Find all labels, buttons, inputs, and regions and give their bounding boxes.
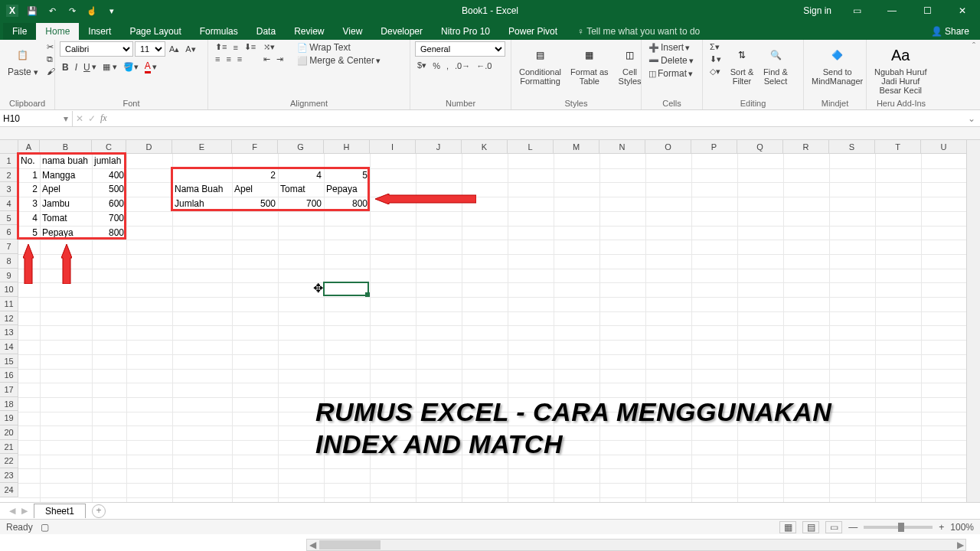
cell[interactable]: 4 bbox=[278, 168, 324, 183]
delete-cells-button[interactable]: ➖ Delete ▾ bbox=[646, 54, 696, 67]
tell-me-input[interactable]: ♀ Tell me what you want to do bbox=[571, 23, 706, 40]
row-header[interactable]: 20 bbox=[0, 425, 18, 440]
cell[interactable]: No. bbox=[18, 154, 40, 168]
tab-developer[interactable]: Developer bbox=[371, 23, 432, 40]
cell[interactable]: 2 bbox=[18, 182, 40, 197]
row-header[interactable]: 19 bbox=[0, 411, 18, 425]
col-header[interactable]: N bbox=[599, 140, 645, 154]
font-size-select[interactable]: 11 bbox=[135, 41, 165, 57]
row-header[interactable]: 7 bbox=[0, 240, 18, 254]
cell[interactable]: jumlah bbox=[92, 154, 126, 168]
tab-insert[interactable]: Insert bbox=[79, 23, 120, 40]
cell[interactable]: 800 bbox=[92, 226, 126, 240]
col-header[interactable]: S bbox=[829, 140, 875, 154]
maximize-button[interactable]: ☐ bbox=[910, 0, 945, 21]
row-header[interactable]: 24 bbox=[0, 483, 18, 497]
touch-icon[interactable]: ☝ bbox=[83, 2, 101, 20]
cancel-formula-icon[interactable]: ✕ bbox=[76, 113, 83, 124]
col-header[interactable]: C bbox=[92, 140, 126, 154]
case-button[interactable]: AaNgubah Huruf Jadi Huruf Besar Kecil bbox=[871, 41, 930, 96]
zoom-out-button[interactable]: ― bbox=[848, 522, 858, 533]
col-header[interactable]: P bbox=[691, 140, 737, 154]
page-break-view-icon[interactable]: ▭ bbox=[825, 521, 842, 533]
col-header[interactable]: M bbox=[554, 140, 599, 154]
dec-decimal-icon[interactable]: ←.0 bbox=[474, 60, 494, 71]
paste-button[interactable]: 📋 Paste ▾ bbox=[5, 41, 41, 79]
format-table-button[interactable]: ▦Format as Table bbox=[567, 41, 612, 87]
cell[interactable]: 600 bbox=[92, 197, 126, 211]
minimize-button[interactable]: ― bbox=[874, 0, 910, 21]
format-cells-button[interactable]: ◫ Format ▾ bbox=[646, 67, 695, 80]
cell[interactable]: Pepaya bbox=[40, 226, 92, 240]
indent-inc-icon[interactable]: ⇥ bbox=[274, 54, 286, 65]
redo-icon[interactable]: ↷ bbox=[63, 2, 81, 20]
currency-icon[interactable]: $▾ bbox=[415, 60, 429, 71]
row-header[interactable]: 15 bbox=[0, 354, 18, 369]
align-bot-icon[interactable]: ⬇≡ bbox=[242, 41, 258, 53]
sort-filter-button[interactable]: ⇅Sort & Filter bbox=[727, 41, 757, 87]
row-header[interactable]: 22 bbox=[0, 454, 18, 468]
row-header[interactable]: 11 bbox=[0, 297, 18, 311]
find-select-button[interactable]: 🔍Find & Select bbox=[760, 41, 791, 87]
col-header[interactable]: F bbox=[232, 140, 278, 154]
col-header[interactable]: J bbox=[416, 140, 462, 154]
active-cell[interactable] bbox=[323, 282, 369, 296]
tab-home[interactable]: Home bbox=[36, 23, 79, 40]
col-header[interactable]: L bbox=[508, 140, 554, 154]
row-header[interactable]: 14 bbox=[0, 340, 18, 354]
row-header[interactable]: 3 bbox=[0, 182, 18, 197]
font-name-select[interactable]: Calibri bbox=[60, 41, 133, 57]
col-header[interactable]: Q bbox=[737, 140, 783, 154]
tab-data[interactable]: Data bbox=[247, 23, 285, 40]
row-header[interactable]: 21 bbox=[0, 440, 18, 455]
select-all-corner[interactable] bbox=[0, 140, 18, 154]
zoom-slider[interactable] bbox=[864, 526, 933, 529]
row-header[interactable]: 5 bbox=[0, 211, 18, 226]
cell-styles-button[interactable]: ◫Cell Styles bbox=[615, 41, 645, 87]
cell[interactable]: 1 bbox=[18, 168, 40, 183]
share-button[interactable]: 👤 Share bbox=[920, 23, 980, 40]
col-header[interactable]: U bbox=[921, 140, 967, 154]
row-header[interactable]: 13 bbox=[0, 325, 18, 340]
tab-review[interactable]: Review bbox=[285, 23, 333, 40]
zoom-in-button[interactable]: + bbox=[939, 522, 944, 533]
signin-link[interactable]: Sign in bbox=[795, 0, 839, 21]
row-header[interactable]: 10 bbox=[0, 282, 18, 297]
row-header[interactable]: 9 bbox=[0, 269, 18, 283]
collapse-ribbon-icon[interactable]: ˆ bbox=[968, 40, 980, 109]
col-header[interactable]: I bbox=[370, 140, 416, 154]
formula-input[interactable] bbox=[110, 111, 963, 126]
cell[interactable]: 700 bbox=[92, 211, 126, 226]
col-header[interactable]: O bbox=[645, 140, 691, 154]
enter-formula-icon[interactable]: ✓ bbox=[88, 113, 96, 124]
row-header[interactable]: 4 bbox=[0, 197, 18, 211]
cell[interactable]: Tomat bbox=[40, 211, 92, 226]
name-box-input[interactable] bbox=[0, 111, 60, 126]
merge-center-button[interactable]: ⬜ Merge & Center ▾ bbox=[295, 54, 383, 67]
save-icon[interactable]: 💾 bbox=[23, 2, 41, 20]
cell[interactable]: 500 bbox=[92, 182, 126, 197]
close-button[interactable]: ✕ bbox=[945, 0, 980, 21]
col-header[interactable]: H bbox=[324, 140, 370, 154]
row-header[interactable]: 8 bbox=[0, 254, 18, 269]
orientation-icon[interactable]: ⤭▾ bbox=[261, 41, 277, 53]
col-header[interactable]: B bbox=[40, 140, 92, 154]
cell[interactable]: 5 bbox=[324, 168, 370, 183]
namebox-dropdown-icon[interactable]: ▾ bbox=[60, 113, 72, 124]
tab-formulas[interactable]: Formulas bbox=[191, 23, 247, 40]
cell[interactable]: Tomat bbox=[278, 182, 324, 197]
font-color-icon[interactable]: A▾ bbox=[142, 60, 159, 74]
align-mid-icon[interactable]: ≡ bbox=[230, 42, 240, 53]
row-header[interactable]: 12 bbox=[0, 311, 18, 326]
col-header[interactable]: D bbox=[126, 140, 172, 154]
tab-page-layout[interactable]: Page Layout bbox=[120, 23, 190, 40]
row-header[interactable]: 6 bbox=[0, 225, 18, 240]
cell[interactable]: 4 bbox=[18, 211, 40, 226]
cond-format-button[interactable]: ▤Conditional Formatting bbox=[516, 41, 564, 87]
cell[interactable]: nama buah bbox=[40, 154, 92, 168]
qat-more-icon[interactable]: ▾ bbox=[103, 2, 121, 20]
indent-dec-icon[interactable]: ⇤ bbox=[261, 54, 273, 65]
col-header[interactable]: A bbox=[18, 140, 40, 154]
cell[interactable]: Jumlah bbox=[172, 197, 232, 211]
shrink-font-icon[interactable]: A▾ bbox=[183, 44, 198, 55]
